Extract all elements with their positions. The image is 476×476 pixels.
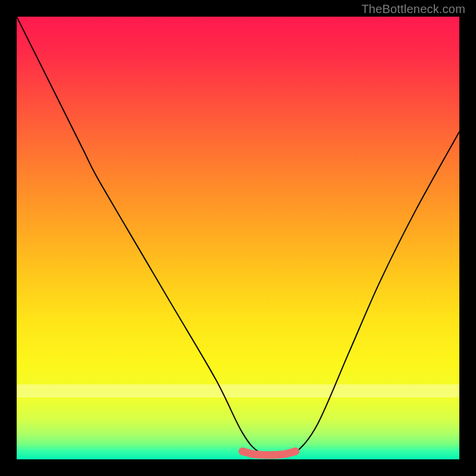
curve-layer (17, 17, 459, 459)
plot-area (17, 17, 459, 459)
optimal-marker (242, 452, 295, 455)
bottleneck-curve (17, 17, 459, 456)
chart-frame: TheBottleneck.com (0, 0, 476, 476)
watermark-label: TheBottleneck.com (361, 2, 465, 16)
